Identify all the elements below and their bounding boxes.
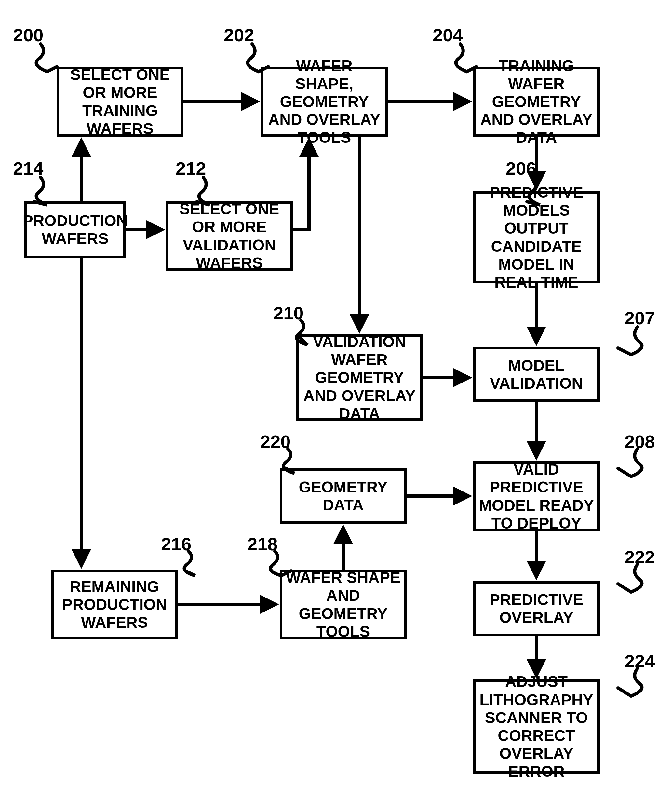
- leader-207: [618, 327, 642, 355]
- ref-224: 224: [624, 651, 655, 671]
- ref-222: 222: [624, 547, 655, 568]
- node-214: PRODUCTION WAFERS: [24, 201, 126, 258]
- ref-216: 216: [161, 534, 191, 555]
- ref-218: 218: [247, 534, 277, 555]
- node-210: VALIDATION WAFER GEOMETRY AND OVERLAY DA…: [296, 334, 423, 421]
- ref-212: 212: [176, 158, 206, 179]
- node-204: TRAINING WAFER GEOMETRY AND OVERLAY DATA: [473, 67, 600, 137]
- node-222: PREDICTIVE OVERLAY: [473, 581, 600, 636]
- flowchart-canvas: SELECT ONE OR MORE TRAINING WAFERS WAFER…: [0, 0, 672, 793]
- node-202: WAFER SHAPE, GEOMETRY AND OVERLAY TOOLS: [261, 67, 388, 137]
- leader-222: [618, 564, 642, 592]
- node-200: SELECT ONE OR MORE TRAINING WAFERS: [57, 67, 184, 137]
- node-212: SELECT ONE OR MORE VALIDATION WAFERS: [166, 201, 293, 271]
- ref-208: 208: [624, 431, 655, 452]
- leader-224: [618, 668, 642, 696]
- ref-207: 207: [624, 307, 655, 329]
- node-224: ADJUST LITHOGRAPHY SCANNER TO CORRECT OV…: [473, 679, 600, 774]
- leader-200: [37, 44, 57, 72]
- node-208: VALID PREDICTIVE MODEL READY TO DEPLOY: [473, 461, 600, 531]
- ref-220: 220: [260, 431, 290, 452]
- node-206: PREDICTIVE MODELS OUTPUT CANDIDATE MODEL…: [473, 191, 600, 283]
- ref-202: 202: [224, 24, 254, 46]
- ref-206: 206: [506, 158, 536, 179]
- node-207: MODEL VALIDATION: [473, 347, 600, 402]
- ref-200: 200: [13, 24, 43, 46]
- ref-204: 204: [433, 24, 463, 46]
- leader-208: [618, 449, 642, 476]
- node-220: GEOMETRY DATA: [280, 468, 406, 524]
- node-218: WAFER SHAPE AND GEOMETRY TOOLS: [280, 569, 406, 640]
- arrow-212-202: [293, 141, 309, 230]
- ref-210: 210: [273, 302, 304, 324]
- leader-216: [184, 551, 195, 576]
- node-216: REMAINING PRODUCTION WAFERS: [51, 569, 178, 640]
- ref-214: 214: [13, 158, 43, 179]
